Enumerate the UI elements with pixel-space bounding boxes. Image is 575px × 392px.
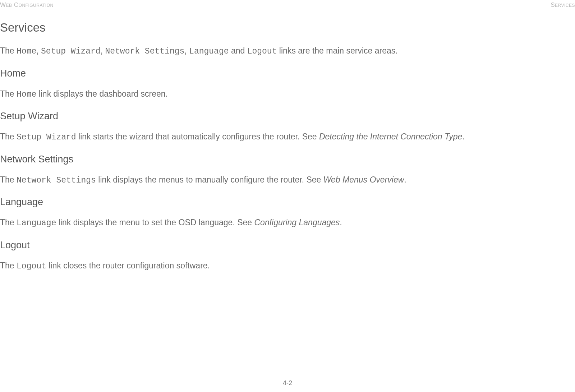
text: . [340,218,342,227]
heading-home: Home [0,68,575,79]
text: , [101,46,105,55]
text: link displays the menu to set the OSD la… [56,218,254,227]
document-page: Web Configuration Services Services The … [0,0,575,392]
running-header-right: Services [551,1,575,9]
reference-configuring-languages: Configuring Languages [254,218,340,227]
heading-setup-wizard: Setup Wizard [0,111,575,122]
link-setup-wizard: Setup Wizard [41,47,101,56]
text: , [184,46,189,55]
setup-paragraph: The Setup Wizard link starts the wizard … [0,130,575,144]
logout-paragraph: The Logout link closes the router config… [0,259,575,273]
link-logout: Logout [17,262,46,271]
page-number: 4-2 [0,379,575,387]
heading-network-settings: Network Settings [0,154,575,165]
text: link starts the wizard that automaticall… [76,132,319,141]
text: The [0,218,17,227]
link-home: Home [17,47,36,56]
text: links are the main service areas. [277,46,397,55]
link-home: Home [17,90,36,99]
link-language: Language [189,47,229,56]
text: link displays the dashboard screen. [36,89,168,98]
link-language: Language [17,218,56,228]
home-paragraph: The Home link displays the dashboard scr… [0,88,575,101]
language-paragraph: The Language link displays the menu to s… [0,216,575,230]
text: The [0,261,17,270]
intro-paragraph: The Home, Setup Wizard, Network Settings… [0,45,575,58]
reference-web-menus-overview: Web Menus Overview [323,175,404,184]
text: The [0,89,17,98]
heading-language: Language [0,197,575,208]
network-paragraph: The Network Settings link displays the m… [0,174,575,187]
text: , [36,46,41,55]
text: link displays the menus to manually conf… [96,175,323,184]
text: The [0,175,17,184]
heading-logout: Logout [0,240,575,251]
text: . [404,175,406,184]
link-setup-wizard: Setup Wizard [17,133,76,142]
link-network-settings: Network Settings [17,176,96,185]
text: The [0,132,17,141]
page-title: Services [0,21,575,34]
text: and [229,46,247,55]
text: link closes the router configuration sof… [46,261,210,270]
text: . [462,132,464,141]
page-content: Services The Home, Setup Wizard, Network… [0,21,575,277]
text: The [0,46,17,55]
running-header-left: Web Configuration [0,1,54,9]
reference-detecting-internet-connection-type: Detecting the Internet Connection Type [319,132,462,141]
link-network-settings: Network Settings [105,47,184,56]
link-logout: Logout [247,47,277,56]
